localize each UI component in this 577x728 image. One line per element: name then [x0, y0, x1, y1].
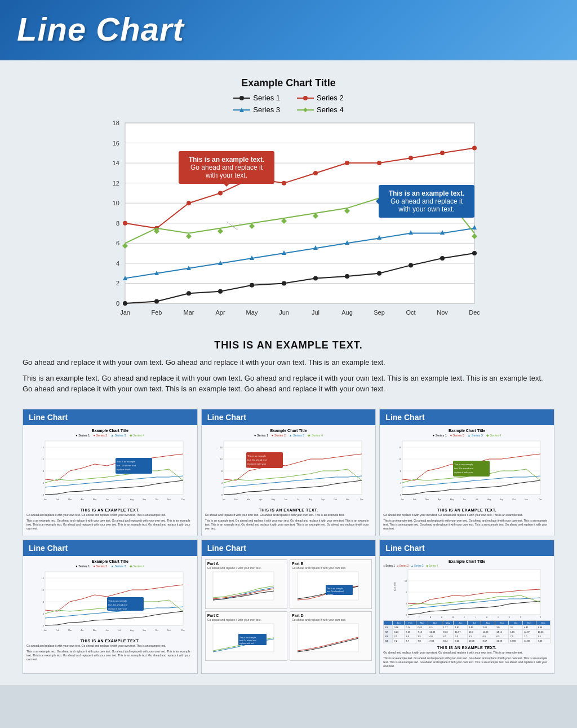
thumbnail-grid-row2: Line Chart Example Chart Title ● Series …	[23, 540, 554, 674]
svg-text:replace it with your: replace it with your	[454, 471, 473, 474]
legend-series4-label: Series 4	[317, 105, 344, 114]
thumb1-header: Line Chart	[23, 409, 197, 425]
svg-text:Jun: Jun	[106, 629, 109, 632]
text-para1: Go ahead and replace it with your own te…	[23, 357, 554, 368]
svg-text:Apr: Apr	[81, 498, 85, 501]
thumb6-svg: Axis Title 0 4 8 12 J F M	[391, 568, 543, 619]
thumb3-text-heading: THIS IS AN EXAMPLE TEXT.	[383, 508, 551, 512]
legend-series3-label: Series 3	[253, 105, 280, 114]
svg-text:16: 16	[42, 446, 45, 449]
svg-text:2: 2	[116, 280, 119, 286]
thumb4-text-para2: This is an example text. Go ahead and re…	[26, 650, 194, 661]
thumb5-body: Part A Go ahead and replace it with your…	[202, 556, 376, 664]
svg-text:This is an example: This is an example	[239, 637, 256, 639]
thumb4-chart-title: Example Chart Title	[26, 559, 194, 563]
svg-text:Jun: Jun	[279, 309, 289, 316]
svg-text:8: 8	[43, 470, 45, 473]
svg-text:replace it with your: replace it with your	[247, 462, 267, 465]
svg-text:Nov: Nov	[525, 498, 528, 501]
svg-text:This is an example: This is an example	[327, 588, 343, 590]
svg-text:Mar: Mar	[68, 498, 72, 501]
svg-text:Mar: Mar	[247, 498, 251, 501]
thumb6-table: Jan Feb Mar Apr May Jun Jul Aug Sep Oct	[383, 620, 551, 643]
svg-text:May: May	[93, 629, 97, 632]
thumb4-svg: 0 4 8 12 16 Jan Feb Mar Apr May Jun Jul …	[34, 569, 186, 637]
svg-text:Sep: Sep	[321, 498, 325, 501]
svg-point-43	[187, 291, 191, 295]
svg-text:replace.: replace.	[327, 593, 334, 595]
thumbnail-4[interactable]: Line Chart Example Chart Title ● Series …	[23, 540, 198, 674]
thumb1-text-para1: Go ahead and replace it with your own te…	[26, 513, 194, 517]
part-a-label: Part A	[207, 562, 285, 566]
thumb6-text-para2: This is an example text. Go ahead and re…	[383, 656, 551, 668]
svg-text:Dec: Dec	[469, 309, 480, 316]
svg-text:Jan: Jan	[120, 309, 130, 316]
main-chart-wrapper: This is an example text.Go ahead and rep…	[91, 117, 486, 334]
svg-text:text.: text.	[247, 466, 252, 469]
part-c-svg: This is an example text. Go ahead and re…	[207, 623, 275, 656]
chart-legend-row1: Series 1 Series 2	[23, 94, 554, 102]
svg-text:S: S	[498, 616, 499, 619]
svg-text:Jan: Jan	[401, 498, 404, 501]
svg-text:8: 8	[116, 220, 119, 227]
svg-text:12: 12	[113, 180, 119, 187]
callout-blue: This is an example text.Go ahead and rep…	[379, 185, 474, 218]
svg-text:May: May	[450, 498, 454, 501]
svg-text:text. Go ahead and: text. Go ahead and	[327, 590, 344, 593]
svg-text:May: May	[272, 498, 276, 501]
svg-text:F: F	[419, 616, 420, 619]
thumb3-body: Example Chart Title ● Series 1● Series 3…	[380, 425, 554, 536]
thumbnail-3[interactable]: Line Chart Example Chart Title ● Series …	[379, 409, 554, 536]
svg-text:Jan: Jan	[44, 498, 47, 501]
svg-point-1	[239, 96, 244, 100]
svg-point-41	[123, 301, 127, 306]
svg-text:0: 0	[406, 614, 407, 616]
chart-title: Example Chart Title	[23, 77, 554, 89]
thumb6-text-heading: THIS IS AN EXAMPLE TEXT.	[383, 646, 551, 650]
thumbnail-2[interactable]: Line Chart Example Chart Title ● Series …	[201, 409, 376, 536]
thumb1-body: Example Chart Title ● Series 1● Series 2…	[23, 425, 197, 536]
thumb1-text-heading: THIS IS AN EXAMPLE TEXT.	[26, 508, 194, 512]
svg-text:Oct: Oct	[406, 309, 415, 316]
svg-text:16: 16	[113, 140, 119, 147]
svg-point-63	[440, 151, 445, 155]
legend-series1-label: Series 1	[253, 94, 280, 102]
svg-text:Jul: Jul	[297, 498, 300, 501]
thumbnail-5[interactable]: Line Chart Part A Go ahead and replace i…	[201, 540, 376, 674]
svg-marker-7	[303, 108, 308, 112]
thumb2-text-para2: This is an example text. Go ahead and re…	[205, 519, 372, 531]
callout-red: This is an example text.Go ahead and rep…	[179, 151, 274, 184]
text-section: THIS IS AN EXAMPLE TEXT. Go ahead and re…	[23, 339, 554, 395]
svg-text:4: 4	[116, 260, 119, 267]
thumb4-header: Line Chart	[23, 540, 197, 556]
part-a-sublabel: Go ahead and replace it with your own te…	[207, 566, 285, 570]
svg-text:Jun: Jun	[284, 498, 287, 501]
thumb6-legend: ● Series 1● Series 2 ▲ Series 3◆ Series …	[383, 564, 551, 567]
svg-text:Apr: Apr	[438, 498, 441, 501]
thumb2-text-heading: THIS IS AN EXAMPLE TEXT.	[205, 508, 372, 512]
svg-text:8: 8	[221, 470, 223, 473]
svg-point-47	[313, 276, 318, 281]
svg-text:Dec: Dec	[360, 498, 363, 501]
part-c-sublabel: Go ahead and replace it with your own te…	[207, 618, 285, 621]
svg-text:Mar: Mar	[425, 498, 429, 501]
svg-text:8: 8	[43, 601, 45, 603]
svg-text:6: 6	[116, 240, 119, 246]
svg-text:This is an example: This is an example	[108, 599, 127, 602]
svg-text:0: 0	[43, 624, 45, 627]
svg-text:12: 12	[42, 589, 45, 592]
svg-text:A: A	[486, 616, 487, 619]
svg-text:Aug: Aug	[341, 309, 353, 316]
thumbnail-1[interactable]: Line Chart Example Chart Title ● Series …	[23, 409, 198, 536]
svg-point-64	[472, 145, 477, 150]
svg-text:Mar: Mar	[68, 629, 72, 632]
svg-point-52	[472, 251, 477, 255]
thumb4-text-heading: THIS IS AN EXAMPLE TEXT.	[26, 639, 194, 643]
part-b-label: Part B	[292, 562, 370, 566]
svg-text:Oct: Oct	[156, 498, 158, 501]
svg-rect-210	[298, 624, 358, 652]
thumbnail-6[interactable]: Line Chart Example Chart Title ● Series …	[379, 540, 554, 674]
thumb6-chart-title: Example Chart Title	[383, 559, 551, 563]
svg-point-51	[440, 256, 445, 261]
part-b: Part B Go ahead and replace it with your…	[290, 559, 372, 609]
